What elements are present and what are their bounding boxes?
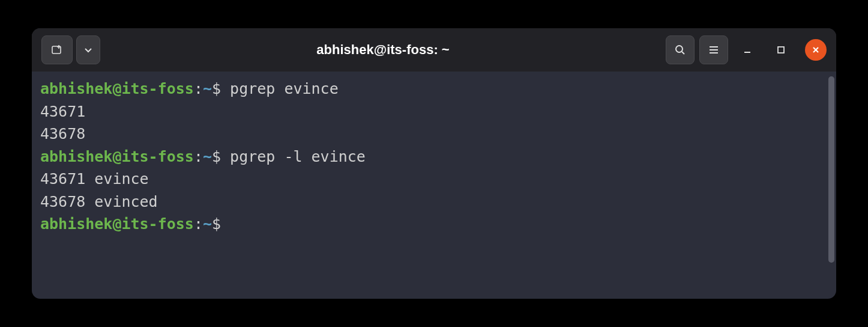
minimize-icon [743,45,752,55]
new-tab-button[interactable] [41,35,73,64]
scrollbar[interactable] [828,76,834,263]
svg-point-3 [676,46,683,52]
new-tab-icon [50,43,64,57]
terminal-window: abhishek@its-foss: ~ [32,28,836,299]
prompt-line: abhishek@its-foss:~$ pgrep -l evince [40,145,828,168]
svg-rect-0 [52,46,61,53]
output-line: 43671 evince [40,168,828,191]
command-text: pgrep evince [230,80,339,97]
chevron-down-icon [83,45,93,55]
svg-rect-9 [778,47,784,53]
prompt-path: ~ [203,148,212,165]
prompt-user-host: abhishek@its-foss [40,80,194,97]
hamburger-icon [708,44,720,56]
prompt-line: abhishek@its-foss:~$ pgrep evince [40,78,828,100]
minimize-button[interactable] [733,35,762,64]
prompt-symbol: $ [212,148,230,165]
maximize-button[interactable] [767,35,795,64]
prompt-symbol: $ [212,80,230,97]
hamburger-menu-button[interactable] [699,35,728,64]
command-text: pgrep -l evince [230,148,366,165]
search-button[interactable] [666,35,695,64]
close-button[interactable] [805,39,827,61]
prompt-separator: : [194,215,203,233]
titlebar-left-group [41,35,100,64]
prompt-line: abhishek@its-foss:~$ [40,213,828,236]
prompt-user-host: abhishek@its-foss [40,148,194,165]
prompt-path: ~ [203,215,212,233]
svg-line-4 [682,52,684,54]
titlebar: abhishek@its-foss: ~ [32,28,836,72]
prompt-symbol: $ [212,215,230,233]
close-icon [811,45,821,55]
titlebar-right-group [666,35,827,64]
prompt-separator: : [194,148,203,165]
prompt-user-host: abhishek@its-foss [40,215,194,233]
tab-dropdown-button[interactable] [76,35,100,64]
maximize-icon [776,45,786,55]
window-title: abhishek@its-foss: ~ [105,42,661,58]
output-line: 43678 [40,123,828,145]
prompt-separator: : [194,80,203,97]
output-line: 43671 [40,100,828,123]
prompt-path: ~ [203,80,212,97]
terminal-content: abhishek@its-foss:~$ pgrep evince4367143… [40,78,828,236]
search-icon [674,44,686,56]
output-line: 43678 evinced [40,191,828,213]
terminal-body[interactable]: abhishek@its-foss:~$ pgrep evince4367143… [32,72,836,299]
